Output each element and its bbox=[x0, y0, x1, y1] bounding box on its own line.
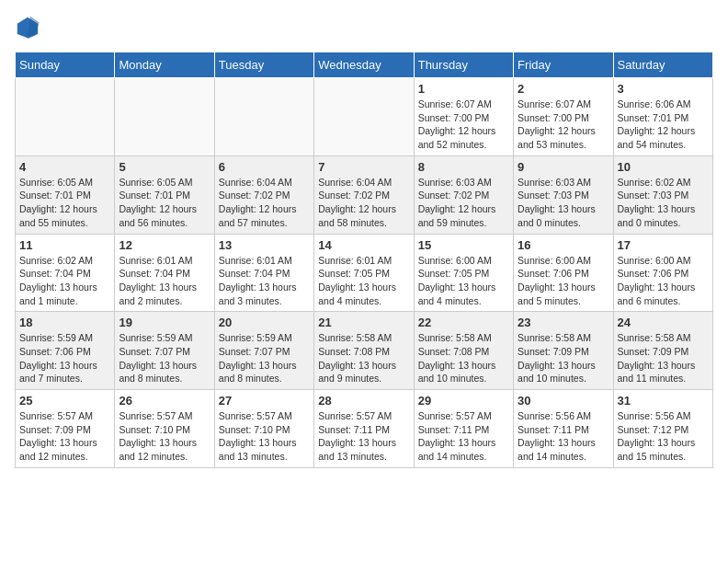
calendar-cell: 25Sunrise: 5:57 AMSunset: 7:09 PMDayligh… bbox=[16, 390, 115, 468]
col-header-sunday: Sunday bbox=[16, 52, 115, 78]
day-number: 18 bbox=[19, 316, 110, 329]
day-number: 7 bbox=[318, 160, 409, 174]
day-number: 6 bbox=[219, 160, 310, 174]
day-number: 27 bbox=[219, 394, 310, 408]
day-info: Sunrise: 5:59 AMSunset: 7:07 PMDaylight:… bbox=[219, 331, 310, 385]
calendar-cell: 10Sunrise: 6:02 AMSunset: 7:03 PMDayligh… bbox=[613, 155, 712, 234]
calendar-table: SundayMondayTuesdayWednesdayThursdayFrid… bbox=[15, 52, 713, 468]
calendar-cell: 4Sunrise: 6:05 AMSunset: 7:01 PMDaylight… bbox=[16, 155, 115, 234]
day-info: Sunrise: 5:59 AMSunset: 7:07 PMDaylight:… bbox=[119, 331, 210, 385]
calendar-cell: 22Sunrise: 5:58 AMSunset: 7:08 PMDayligh… bbox=[414, 312, 513, 390]
day-number: 23 bbox=[518, 316, 609, 329]
day-info: Sunrise: 5:58 AMSunset: 7:08 PMDaylight:… bbox=[318, 331, 409, 385]
calendar-cell: 8Sunrise: 6:03 AMSunset: 7:02 PMDaylight… bbox=[414, 155, 513, 234]
day-info: Sunrise: 6:02 AMSunset: 7:04 PMDaylight:… bbox=[19, 254, 110, 308]
col-header-friday: Friday bbox=[514, 52, 613, 78]
day-number: 13 bbox=[219, 238, 310, 252]
day-number: 16 bbox=[518, 238, 609, 252]
day-info: Sunrise: 6:00 AMSunset: 7:06 PMDaylight:… bbox=[518, 254, 609, 308]
calendar-cell: 16Sunrise: 6:00 AMSunset: 7:06 PMDayligh… bbox=[514, 234, 613, 312]
calendar-cell bbox=[314, 78, 414, 156]
calendar-cell bbox=[214, 78, 313, 156]
calendar-cell: 24Sunrise: 5:58 AMSunset: 7:09 PMDayligh… bbox=[613, 312, 712, 390]
logo-icon bbox=[15, 15, 40, 40]
day-info: Sunrise: 5:57 AMSunset: 7:10 PMDaylight:… bbox=[219, 409, 310, 464]
calendar-cell: 20Sunrise: 5:59 AMSunset: 7:07 PMDayligh… bbox=[214, 312, 313, 390]
calendar-cell: 1Sunrise: 6:07 AMSunset: 7:00 PMDaylight… bbox=[414, 78, 513, 156]
day-info: Sunrise: 5:57 AMSunset: 7:11 PMDaylight:… bbox=[418, 409, 509, 464]
day-info: Sunrise: 5:56 AMSunset: 7:12 PMDaylight:… bbox=[618, 409, 709, 464]
col-header-monday: Monday bbox=[115, 52, 214, 78]
calendar-cell: 11Sunrise: 6:02 AMSunset: 7:04 PMDayligh… bbox=[16, 234, 115, 312]
calendar-week-row: 1Sunrise: 6:07 AMSunset: 7:00 PMDaylight… bbox=[16, 78, 713, 156]
day-info: Sunrise: 6:03 AMSunset: 7:03 PMDaylight:… bbox=[518, 176, 609, 230]
calendar-week-row: 18Sunrise: 5:59 AMSunset: 7:06 PMDayligh… bbox=[16, 312, 713, 390]
page-header bbox=[15, 15, 713, 40]
day-number: 17 bbox=[618, 238, 709, 252]
day-number: 29 bbox=[418, 394, 509, 408]
day-info: Sunrise: 6:05 AMSunset: 7:01 PMDaylight:… bbox=[119, 176, 210, 230]
day-info: Sunrise: 6:02 AMSunset: 7:03 PMDaylight:… bbox=[618, 176, 709, 230]
day-number: 5 bbox=[119, 160, 210, 174]
day-info: Sunrise: 5:57 AMSunset: 7:10 PMDaylight:… bbox=[119, 409, 210, 464]
day-number: 15 bbox=[418, 238, 509, 252]
day-info: Sunrise: 6:01 AMSunset: 7:04 PMDaylight:… bbox=[219, 254, 310, 308]
day-number: 4 bbox=[19, 160, 110, 174]
calendar-cell: 23Sunrise: 5:58 AMSunset: 7:09 PMDayligh… bbox=[514, 312, 613, 390]
calendar-cell: 18Sunrise: 5:59 AMSunset: 7:06 PMDayligh… bbox=[16, 312, 115, 390]
day-number: 3 bbox=[618, 82, 709, 96]
calendar-cell: 13Sunrise: 6:01 AMSunset: 7:04 PMDayligh… bbox=[214, 234, 313, 312]
day-number: 28 bbox=[318, 394, 409, 408]
calendar-cell: 27Sunrise: 5:57 AMSunset: 7:10 PMDayligh… bbox=[214, 390, 313, 468]
day-info: Sunrise: 5:58 AMSunset: 7:09 PMDaylight:… bbox=[518, 331, 609, 385]
col-header-saturday: Saturday bbox=[613, 52, 712, 78]
day-number: 21 bbox=[318, 316, 409, 329]
day-number: 11 bbox=[19, 238, 110, 252]
day-info: Sunrise: 6:01 AMSunset: 7:04 PMDaylight:… bbox=[119, 254, 210, 308]
calendar-cell: 29Sunrise: 5:57 AMSunset: 7:11 PMDayligh… bbox=[414, 390, 513, 468]
calendar-cell: 28Sunrise: 5:57 AMSunset: 7:11 PMDayligh… bbox=[314, 390, 414, 468]
day-info: Sunrise: 5:57 AMSunset: 7:11 PMDaylight:… bbox=[318, 409, 409, 464]
day-info: Sunrise: 6:03 AMSunset: 7:02 PMDaylight:… bbox=[418, 176, 509, 230]
calendar-cell: 21Sunrise: 5:58 AMSunset: 7:08 PMDayligh… bbox=[314, 312, 414, 390]
calendar-header-row: SundayMondayTuesdayWednesdayThursdayFrid… bbox=[16, 52, 713, 78]
day-info: Sunrise: 6:01 AMSunset: 7:05 PMDaylight:… bbox=[318, 254, 409, 308]
day-info: Sunrise: 6:04 AMSunset: 7:02 PMDaylight:… bbox=[219, 176, 310, 230]
calendar-week-row: 4Sunrise: 6:05 AMSunset: 7:01 PMDaylight… bbox=[16, 155, 713, 234]
day-number: 19 bbox=[119, 316, 210, 329]
col-header-tuesday: Tuesday bbox=[214, 52, 313, 78]
day-info: Sunrise: 6:00 AMSunset: 7:05 PMDaylight:… bbox=[418, 254, 509, 308]
calendar-cell: 2Sunrise: 6:07 AMSunset: 7:00 PMDaylight… bbox=[514, 78, 613, 156]
calendar-cell: 17Sunrise: 6:00 AMSunset: 7:06 PMDayligh… bbox=[613, 234, 712, 312]
calendar-cell: 3Sunrise: 6:06 AMSunset: 7:01 PMDaylight… bbox=[613, 78, 712, 156]
calendar-cell: 14Sunrise: 6:01 AMSunset: 7:05 PMDayligh… bbox=[314, 234, 414, 312]
calendar-cell: 7Sunrise: 6:04 AMSunset: 7:02 PMDaylight… bbox=[314, 155, 414, 234]
day-info: Sunrise: 5:56 AMSunset: 7:11 PMDaylight:… bbox=[518, 409, 609, 464]
day-number: 12 bbox=[119, 238, 210, 252]
calendar-cell: 26Sunrise: 5:57 AMSunset: 7:10 PMDayligh… bbox=[115, 390, 214, 468]
calendar-cell: 15Sunrise: 6:00 AMSunset: 7:05 PMDayligh… bbox=[414, 234, 513, 312]
day-info: Sunrise: 5:59 AMSunset: 7:06 PMDaylight:… bbox=[19, 331, 110, 385]
day-number: 25 bbox=[19, 394, 110, 408]
calendar-cell bbox=[16, 78, 115, 156]
calendar-cell: 9Sunrise: 6:03 AMSunset: 7:03 PMDaylight… bbox=[514, 155, 613, 234]
day-number: 8 bbox=[418, 160, 509, 174]
day-info: Sunrise: 5:57 AMSunset: 7:09 PMDaylight:… bbox=[19, 409, 110, 464]
day-info: Sunrise: 6:05 AMSunset: 7:01 PMDaylight:… bbox=[19, 176, 110, 230]
day-info: Sunrise: 6:00 AMSunset: 7:06 PMDaylight:… bbox=[618, 254, 709, 308]
day-number: 31 bbox=[618, 394, 709, 408]
calendar-cell: 6Sunrise: 6:04 AMSunset: 7:02 PMDaylight… bbox=[214, 155, 313, 234]
calendar-week-row: 11Sunrise: 6:02 AMSunset: 7:04 PMDayligh… bbox=[16, 234, 713, 312]
logo bbox=[15, 15, 44, 40]
day-number: 14 bbox=[318, 238, 409, 252]
day-number: 9 bbox=[518, 160, 609, 174]
day-number: 2 bbox=[518, 82, 609, 96]
day-number: 10 bbox=[618, 160, 709, 174]
day-info: Sunrise: 6:06 AMSunset: 7:01 PMDaylight:… bbox=[618, 98, 709, 152]
day-number: 26 bbox=[119, 394, 210, 408]
day-info: Sunrise: 6:04 AMSunset: 7:02 PMDaylight:… bbox=[318, 176, 409, 230]
day-number: 30 bbox=[518, 394, 609, 408]
calendar-cell: 19Sunrise: 5:59 AMSunset: 7:07 PMDayligh… bbox=[115, 312, 214, 390]
col-header-wednesday: Wednesday bbox=[314, 52, 414, 78]
calendar-cell: 12Sunrise: 6:01 AMSunset: 7:04 PMDayligh… bbox=[115, 234, 214, 312]
